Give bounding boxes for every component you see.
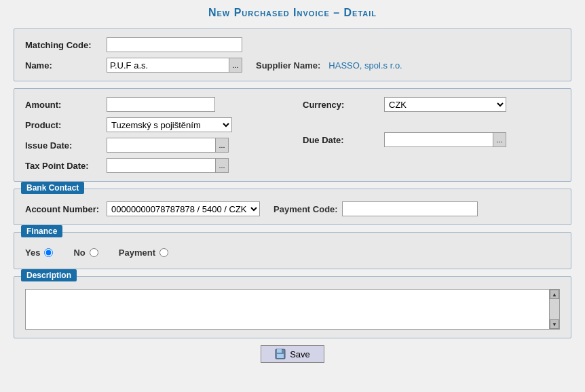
- finance-radio-group: Yes No Payment: [25, 245, 560, 260]
- save-row: Save: [14, 345, 571, 363]
- tax-point-date-input[interactable]: [107, 158, 215, 173]
- scrollbar-down-button[interactable]: ▼: [550, 319, 559, 329]
- name-input[interactable]: [107, 58, 229, 73]
- left-col: Amount: Product: Tuzemský s pojištěním Z…: [25, 97, 282, 173]
- due-date-browse-button[interactable]: ...: [493, 132, 506, 147]
- finance-yes-label: Yes: [25, 248, 40, 258]
- currency-label: Currency:: [303, 100, 384, 110]
- right-col: Currency: CZK EUR USD Due Date: ...: [303, 97, 560, 173]
- page-wrapper: New Purchased Invoice – Detail Matching …: [0, 0, 585, 392]
- description-section: Description ▲ ▼: [14, 276, 571, 338]
- due-date-row: Due Date: ...: [303, 132, 560, 147]
- due-date-field-group: ...: [384, 132, 506, 147]
- save-button[interactable]: Save: [261, 345, 324, 363]
- matching-code-label: Matching Code:: [25, 40, 107, 50]
- tax-point-date-label: Tax Point Date:: [25, 161, 107, 171]
- issue-date-label: Issue Date:: [25, 140, 107, 151]
- amount-input[interactable]: [107, 97, 215, 112]
- tax-point-date-field-group: ...: [107, 158, 229, 173]
- account-number-label: Account Number:: [25, 204, 107, 214]
- name-row: Name: ... Supplier Name: HASSO, spol.s r…: [25, 58, 560, 73]
- supplier-name-label: Supplier Name:: [256, 60, 320, 71]
- issue-date-input[interactable]: [107, 138, 215, 153]
- amount-label: Amount:: [25, 100, 107, 110]
- tax-point-date-browse-button[interactable]: ...: [215, 158, 229, 173]
- svg-rect-2: [277, 354, 284, 358]
- issue-date-field-group: ...: [107, 138, 229, 153]
- svg-rect-1: [277, 349, 282, 353]
- finance-yes-item: Yes: [25, 248, 53, 258]
- due-date-input[interactable]: [384, 132, 493, 147]
- tax-point-date-row: Tax Point Date: ...: [25, 158, 282, 173]
- finance-payment-radio[interactable]: [159, 248, 168, 257]
- account-number-row: Account Number: 00000000078787878 / 5400…: [25, 201, 560, 216]
- account-number-select[interactable]: 00000000078787878 / 5400 / CZK: [107, 201, 260, 216]
- supplier-name-link[interactable]: HASSO, spol.s r.o.: [328, 60, 402, 71]
- description-scrollbar: ▲ ▼: [549, 289, 560, 330]
- finance-no-item: No: [73, 248, 98, 258]
- section-invoice-details: Amount: Product: Tuzemský s pojištěním Z…: [14, 88, 571, 182]
- save-label: Save: [290, 349, 310, 359]
- finance-legend: Finance: [21, 225, 62, 237]
- product-select[interactable]: Tuzemský s pojištěním Zahraniční: [107, 117, 232, 132]
- currency-select[interactable]: CZK EUR USD: [384, 97, 506, 112]
- issue-date-row: Issue Date: ...: [25, 138, 282, 153]
- due-date-label: Due Date:: [303, 135, 384, 145]
- name-label: Name:: [25, 60, 107, 71]
- payment-code-input[interactable]: [342, 201, 478, 216]
- name-browse-button[interactable]: ...: [229, 58, 242, 73]
- section-basic-info: Matching Code: Name: ... Supplier Name: …: [14, 28, 571, 81]
- name-field-group: ...: [107, 58, 242, 73]
- finance-yes-radio[interactable]: [44, 248, 53, 257]
- description-textarea[interactable]: [25, 289, 549, 330]
- scrollbar-up-button[interactable]: ▲: [550, 290, 559, 299]
- payment-code-label: Payment Code:: [273, 204, 338, 214]
- bank-contact-section: Bank Contact Account Number: 00000000078…: [14, 189, 571, 225]
- finance-payment-label: Payment: [119, 248, 155, 258]
- product-label: Product:: [25, 120, 107, 130]
- matching-code-row: Matching Code:: [25, 37, 560, 52]
- issue-date-browse-button[interactable]: ...: [215, 138, 229, 153]
- page-title: New Purchased Invoice – Detail: [14, 7, 571, 19]
- finance-section: Finance Yes No Payment: [14, 232, 571, 269]
- product-row: Product: Tuzemský s pojištěním Zahraničn…: [25, 117, 282, 132]
- save-icon: [275, 349, 286, 359]
- bank-contact-legend: Bank Contact: [21, 182, 84, 194]
- finance-payment-item: Payment: [119, 248, 168, 258]
- description-legend: Description: [21, 269, 77, 281]
- description-textarea-wrapper: ▲ ▼: [25, 289, 560, 330]
- finance-no-label: No: [73, 248, 85, 258]
- finance-no-radio[interactable]: [90, 248, 98, 257]
- currency-row: Currency: CZK EUR USD: [303, 97, 560, 112]
- matching-code-input[interactable]: [107, 37, 242, 52]
- amount-row: Amount:: [25, 97, 282, 112]
